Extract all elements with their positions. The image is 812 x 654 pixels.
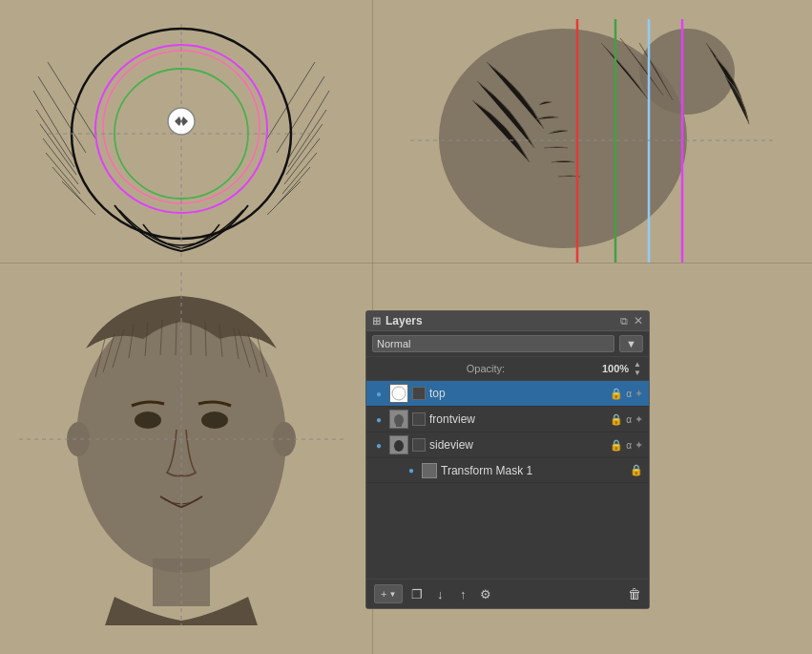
blend-mode-select[interactable]: Normal — [372, 335, 614, 352]
duplicate-icon: ❐ — [411, 587, 423, 601]
layer-actions-transform: 🔒 — [630, 464, 643, 476]
side-head-svg — [410, 14, 773, 267]
layer-row-frontview[interactable]: ● frontview 🔒 α ✦ — [366, 407, 649, 432]
add-layer-button[interactable]: + ▼ — [374, 584, 403, 603]
canvas-area: ⊞ Layers ⧉ ✕ Normal ▼ Opacity: 100% ▲ ▼ — [0, 0, 812, 654]
svg-rect-56 — [396, 424, 402, 427]
layer-actions-top: 🔒 α ✦ — [610, 388, 643, 400]
layer-lock-sideview[interactable]: 🔒 — [610, 439, 623, 452]
svg-point-51 — [273, 422, 296, 456]
delete-layer-button[interactable]: 🗑 — [628, 586, 641, 601]
layer-lock-frontview[interactable]: 🔒 — [610, 413, 623, 426]
add-layer-icon: + — [381, 588, 386, 600]
layer-name-top: top — [429, 387, 606, 400]
duplicate-layer-button[interactable]: ❐ — [408, 585, 426, 602]
eye-icon-frontview: ● — [376, 414, 382, 425]
layers-toolbar: + ▼ ❐ ↓ ↑ ⚙ 🗑 — [366, 579, 649, 608]
layers-titlebar-actions: ⧉ ✕ — [620, 314, 643, 327]
side-head-viewport — [410, 14, 773, 267]
layers-controls-row: Normal ▼ — [366, 331, 649, 357]
layer-actions-sideview: 🔒 α ✦ — [610, 439, 643, 452]
add-layer-chevron: ▼ — [388, 590, 396, 599]
move-up-icon: ↑ — [460, 587, 467, 601]
layer-visibility-sideview[interactable]: ● — [372, 438, 385, 452]
svg-point-49 — [201, 411, 228, 429]
layer-lock-top[interactable]: 🔒 — [610, 388, 623, 400]
layers-panel-title: Layers — [385, 314, 423, 327]
layer-alpha-top[interactable]: α — [626, 389, 632, 399]
layer-row-top[interactable]: ● top 🔒 α ✦ — [366, 381, 649, 407]
layer-actions-frontview: 🔒 α ✦ — [610, 413, 643, 426]
layer-alpha-frontview[interactable]: α — [626, 414, 632, 425]
layer-visibility-top[interactable]: ● — [372, 387, 385, 400]
move-layer-up-button[interactable]: ↑ — [454, 585, 471, 602]
layers-close-icon[interactable]: ✕ — [634, 314, 643, 327]
layers-empty-area — [366, 483, 649, 579]
eye-icon-top: ● — [376, 389, 382, 399]
filter-button[interactable]: ▼ — [619, 335, 643, 352]
layer-more-sideview[interactable]: ✦ — [635, 439, 643, 452]
layer-more-frontview[interactable]: ✦ — [635, 413, 643, 426]
opacity-row: Opacity: 100% ▲ ▼ — [366, 357, 649, 381]
svg-line-17 — [267, 181, 301, 215]
layer-type-icon-sideview — [412, 438, 426, 452]
layers-float-icon[interactable]: ⧉ — [620, 315, 628, 327]
skull-top-svg — [19, 14, 344, 267]
layer-properties-button[interactable]: ⚙ — [477, 585, 494, 602]
layer-type-icon-frontview — [412, 412, 426, 426]
layer-name-sideview: sideview — [429, 438, 606, 452]
layer-visibility-transform[interactable]: ● — [405, 464, 418, 477]
eye-icon-sideview: ● — [376, 440, 382, 451]
svg-point-26 — [639, 29, 735, 115]
front-face-svg — [19, 272, 344, 625]
layer-lock-transform[interactable]: 🔒 — [630, 464, 643, 476]
svg-point-48 — [135, 411, 161, 429]
svg-line-3 — [36, 110, 74, 167]
svg-line-12 — [288, 110, 326, 167]
layer-thumbnail-sideview — [389, 435, 408, 454]
layer-more-top[interactable]: ✦ — [635, 388, 643, 400]
filter-icon: ▼ — [626, 338, 636, 349]
layer-name-transform: Transform Mask 1 — [441, 464, 626, 477]
trash-icon: 🗑 — [628, 586, 641, 601]
layer-type-icon-top — [412, 387, 426, 400]
layer-row-sideview[interactable]: ● sideview 🔒 α ✦ — [366, 432, 649, 458]
sliders-icon: ⚙ — [480, 587, 491, 601]
opacity-stepper[interactable]: ▲ ▼ — [634, 360, 641, 377]
layers-title-group: ⊞ Layers — [372, 314, 423, 327]
opacity-value: 100% — [602, 363, 629, 374]
opacity-label: Opacity: — [374, 363, 597, 374]
skull-top-viewport — [19, 14, 344, 267]
move-down-icon: ↓ — [437, 587, 444, 601]
layer-row-transform-mask[interactable]: ● Transform Mask 1 🔒 — [366, 458, 649, 483]
svg-line-8 — [62, 181, 95, 215]
layers-panel: ⊞ Layers ⧉ ✕ Normal ▼ Opacity: 100% ▲ ▼ — [365, 310, 650, 609]
layer-visibility-frontview[interactable]: ● — [372, 412, 385, 426]
layer-thumbnail-frontview — [389, 410, 408, 429]
layer-thumbnail-top — [389, 384, 408, 403]
layer-name-frontview: frontview — [429, 412, 606, 426]
svg-point-50 — [67, 422, 90, 456]
layer-alpha-sideview[interactable]: α — [626, 440, 632, 451]
front-face-viewport — [19, 272, 344, 625]
svg-point-54 — [392, 387, 406, 400]
layers-titlebar[interactable]: ⊞ Layers ⧉ ✕ — [366, 311, 649, 331]
eye-icon-transform: ● — [408, 465, 414, 475]
move-layer-down-button[interactable]: ↓ — [431, 585, 448, 602]
layers-panel-icon: ⊞ — [372, 315, 381, 327]
layer-mask-icon-transform — [422, 463, 437, 478]
